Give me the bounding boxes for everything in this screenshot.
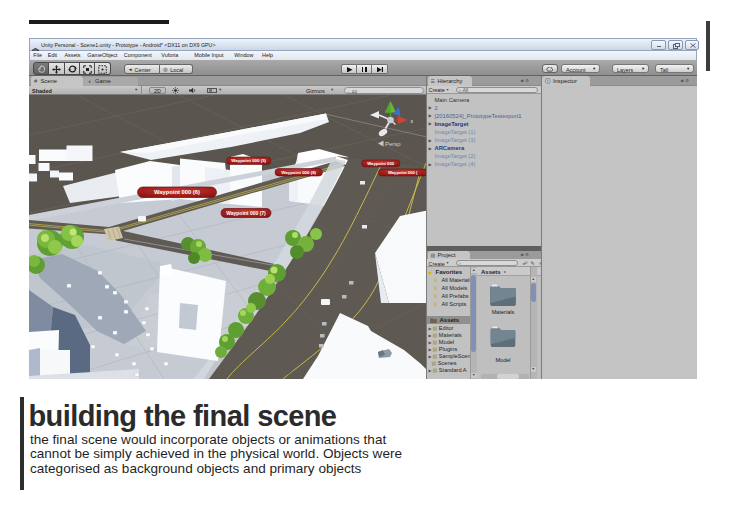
svg-text:Persp: Persp [385, 141, 401, 147]
svg-text:Waypoint 000: Waypoint 000 [367, 161, 395, 166]
svg-text:Waypoint 000 (7): Waypoint 000 (7) [226, 210, 266, 216]
svg-text:Waypoint 000 (6): Waypoint 000 (6) [154, 189, 200, 195]
svg-text:Waypoint 000 (: Waypoint 000 ( [388, 170, 418, 175]
svg-text:Waypoint 000 (5): Waypoint 000 (5) [231, 158, 266, 163]
svg-text:Waypoint 000 (8): Waypoint 000 (8) [281, 170, 316, 175]
